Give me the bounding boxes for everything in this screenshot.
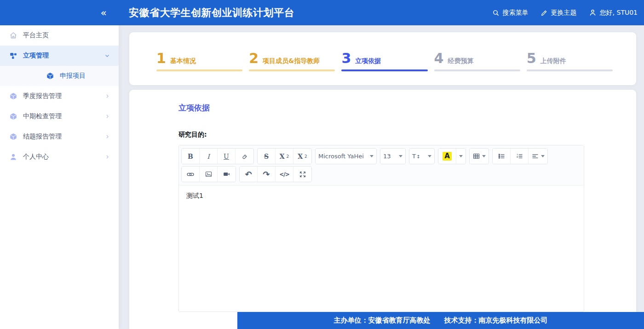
step-number: 5 — [527, 52, 536, 65]
step-upload-attachments[interactable]: 5 上传附件 — [527, 52, 613, 71]
page-footer: 主办单位：安徽省教育厅高教处 技术支持：南京先极科技有限公司 — [237, 312, 644, 329]
italic-button[interactable]: I — [200, 149, 218, 164]
home-icon — [9, 31, 17, 40]
cube-icon — [46, 72, 54, 80]
sidebar-item-label: 申报项目 — [60, 72, 86, 80]
user-greeting-label: 您好, STU01 — [600, 9, 638, 17]
chevron-right-icon — [104, 154, 110, 160]
sidebar-item-label: 立项管理 — [23, 52, 49, 60]
editor-toolbar: B I U S X2 — [179, 145, 584, 185]
sidebar-item-label: 个人中心 — [23, 153, 49, 161]
step-project-basis[interactable]: 3 立项依据 — [341, 52, 427, 71]
step-progress-bar — [527, 69, 613, 71]
sidebar-item-midterm-check[interactable]: 中期检查管理 — [0, 106, 119, 127]
step-number: 1 — [156, 52, 166, 65]
main-area: 1 基本情况 2 项目成员&指导教师 3 立项依据 — [119, 25, 644, 329]
chevron-right-icon — [104, 114, 110, 120]
user-icon — [589, 9, 597, 17]
eraser-button[interactable] — [236, 149, 253, 164]
cube-icon — [9, 133, 17, 141]
step-budget[interactable]: 4 经费预算 — [434, 52, 520, 71]
step-members-teachers[interactable]: 2 项目成员&指导教师 — [249, 52, 335, 71]
header-actions: 搜索菜单 更换主题 您好, STU01 — [492, 9, 644, 17]
unordered-list-button[interactable] — [493, 149, 511, 164]
step-progress-bar — [156, 69, 242, 71]
step-number: 3 — [341, 52, 351, 65]
ordered-list-button[interactable] — [511, 149, 529, 164]
sidebar-item-quarterly-report[interactable]: 季度报告管理 — [0, 86, 119, 106]
underline-button[interactable]: U — [218, 149, 236, 164]
chevron-right-icon — [104, 93, 110, 99]
step-label: 经费预算 — [448, 57, 473, 65]
sidebar-item-label: 结题报告管理 — [23, 133, 62, 141]
sidebar-item-label: 季度报告管理 — [23, 92, 62, 100]
font-family-dropdown[interactable]: Microsoft YaHei — [316, 149, 376, 164]
search-menu-button[interactable]: 搜索菜单 — [492, 9, 529, 17]
video-button[interactable] — [218, 167, 236, 182]
sidebar-item-home[interactable]: 平台主页 — [0, 25, 119, 46]
image-button[interactable] — [200, 167, 218, 182]
font-color-button[interactable]: A — [438, 149, 456, 164]
link-button[interactable] — [182, 167, 200, 182]
redo-button[interactable]: ↷ — [258, 167, 276, 182]
header-logo-area: « — [0, 8, 119, 18]
step-progress-bar — [249, 69, 335, 71]
step-wizard: 1 基本情况 2 项目成员&指导教师 3 立项依据 — [129, 32, 636, 85]
strikethrough-button[interactable]: S — [258, 149, 276, 164]
step-label: 上传附件 — [540, 57, 566, 65]
change-theme-button[interactable]: 更换主题 — [540, 9, 577, 17]
sidebar-item-final-report[interactable]: 结题报告管理 — [0, 127, 119, 147]
line-height-dropdown[interactable]: T↕ — [409, 149, 434, 164]
bold-button[interactable]: B — [182, 149, 200, 164]
theme-brush-icon — [540, 9, 548, 17]
subscript-button[interactable]: X2 — [293, 149, 311, 164]
sidebar-item-project-management[interactable]: 立项管理 — [0, 46, 119, 66]
search-icon — [492, 9, 500, 17]
form-panel: 立项依据 研究目的: B I U — [129, 90, 636, 329]
chevron-right-icon — [104, 134, 110, 140]
change-theme-label: 更换主题 — [551, 9, 577, 17]
step-label: 基本情况 — [170, 57, 196, 65]
step-progress-bar — [434, 69, 520, 71]
sitemap-icon — [9, 52, 17, 60]
top-header: « 安徽省大学生创新创业训练计划平台 搜索菜单 更换主题 您好, STU01 — [0, 0, 644, 25]
step-number: 4 — [434, 52, 444, 65]
cube-icon — [9, 92, 17, 100]
align-dropdown[interactable] — [529, 149, 547, 164]
chevron-down-icon — [104, 52, 110, 59]
footer-host-label: 主办单位：安徽省教育厅高教处 — [334, 316, 431, 325]
step-number: 2 — [249, 52, 259, 65]
sidebar-item-personal-center[interactable]: 个人中心 — [0, 147, 119, 167]
page-title: 安徽省大学生创新创业训练计划平台 — [129, 6, 294, 20]
step-progress-bar — [341, 69, 427, 71]
research-purpose-label: 研究目的: — [178, 131, 636, 139]
footer-support-label: 技术支持：南京先极科技有限公司 — [444, 316, 548, 325]
sidebar-item-label: 中期检查管理 — [23, 112, 62, 121]
code-view-button[interactable]: </> — [276, 167, 293, 182]
sidebar-item-label: 平台主页 — [23, 31, 49, 40]
step-label: 立项依据 — [355, 57, 381, 65]
sidebar-collapse-icon[interactable]: « — [101, 8, 107, 18]
font-size-dropdown[interactable]: 13 — [380, 149, 405, 164]
undo-button[interactable]: ↶ — [240, 167, 258, 182]
user-menu-button[interactable]: 您好, STU01 — [589, 9, 638, 17]
search-menu-label: 搜索菜单 — [503, 9, 529, 17]
superscript-button[interactable]: X2 — [276, 149, 293, 164]
person-icon — [9, 153, 17, 161]
font-color-caret[interactable] — [456, 149, 466, 164]
step-basic-info[interactable]: 1 基本情况 — [156, 52, 242, 71]
fullscreen-button[interactable] — [293, 167, 311, 182]
step-label: 项目成员&指导教师 — [263, 57, 320, 65]
app-window: « 安徽省大学生创新创业训练计划平台 搜索菜单 更换主题 您好, STU01 — [0, 0, 644, 329]
sidebar-nav: 平台主页 立项管理 申报项目 季度报告管理 — [0, 25, 119, 329]
cube-icon — [9, 112, 17, 121]
rich-text-editor: B I U S X2 — [178, 145, 584, 312]
sidebar-item-declare-project[interactable]: 申报项目 — [0, 66, 119, 86]
editor-content-area[interactable]: 测试1 — [179, 185, 584, 312]
section-title: 立项依据 — [178, 103, 636, 113]
table-dropdown[interactable] — [470, 149, 489, 164]
